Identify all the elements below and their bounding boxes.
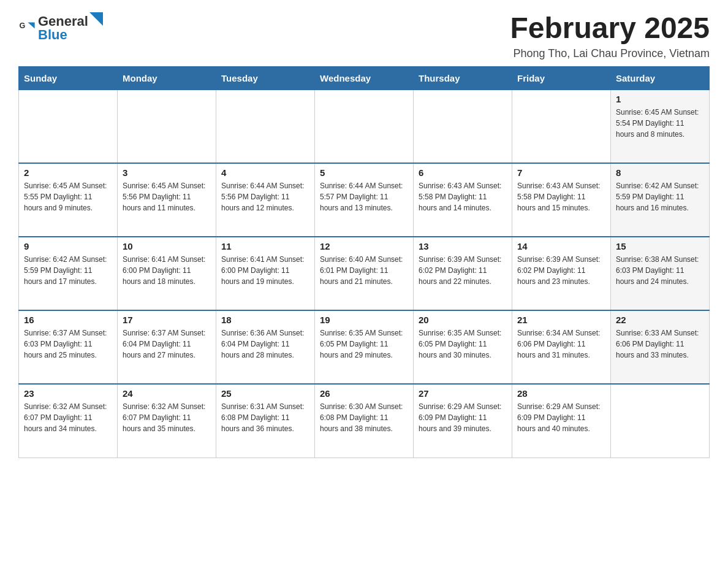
day-number: 23: [24, 388, 112, 399]
day-info: Sunrise: 6:32 AM Sunset: 6:07 PM Dayligh…: [123, 401, 211, 434]
day-info: Sunrise: 6:32 AM Sunset: 6:07 PM Dayligh…: [24, 401, 112, 434]
day-number: 28: [517, 388, 605, 399]
calendar-week-row: 16Sunrise: 6:37 AM Sunset: 6:03 PM Dayli…: [19, 310, 710, 384]
calendar-cell: [118, 90, 216, 163]
logo-icon: G: [18, 19, 36, 36]
day-number: 3: [123, 167, 211, 178]
day-info: Sunrise: 6:31 AM Sunset: 6:08 PM Dayligh…: [221, 401, 309, 434]
logo-blue-text: Blue: [38, 27, 67, 42]
day-number: 24: [123, 388, 211, 399]
day-number: 26: [320, 388, 408, 399]
day-info: Sunrise: 6:35 AM Sunset: 6:05 PM Dayligh…: [320, 327, 408, 361]
day-info: Sunrise: 6:45 AM Sunset: 5:54 PM Dayligh…: [616, 107, 704, 140]
day-number: 11: [221, 241, 309, 251]
day-number: 9: [24, 241, 112, 251]
calendar-week-row: 1Sunrise: 6:45 AM Sunset: 5:54 PM Daylig…: [19, 90, 710, 163]
calendar-cell: 19Sunrise: 6:35 AM Sunset: 6:05 PM Dayli…: [315, 310, 414, 384]
day-info: Sunrise: 6:45 AM Sunset: 5:56 PM Dayligh…: [123, 180, 211, 213]
calendar-cell: 22Sunrise: 6:33 AM Sunset: 6:06 PM Dayli…: [611, 310, 710, 384]
calendar-cell: 15Sunrise: 6:38 AM Sunset: 6:03 PM Dayli…: [611, 237, 710, 310]
logo: G General Blue: [18, 12, 103, 43]
day-info: Sunrise: 6:39 AM Sunset: 6:02 PM Dayligh…: [517, 254, 605, 287]
day-info: Sunrise: 6:40 AM Sunset: 6:01 PM Dayligh…: [320, 254, 408, 287]
day-info: Sunrise: 6:44 AM Sunset: 5:57 PM Dayligh…: [320, 180, 408, 213]
calendar-cell: [216, 90, 315, 163]
day-header-wednesday: Wednesday: [315, 66, 414, 90]
page-header: G General Blue February 2025 Phong Tho, …: [18, 12, 710, 60]
calendar-header-row: SundayMondayTuesdayWednesdayThursdayFrid…: [19, 66, 710, 90]
day-info: Sunrise: 6:45 AM Sunset: 5:55 PM Dayligh…: [24, 180, 112, 213]
day-number: 19: [320, 315, 408, 325]
day-info: Sunrise: 6:33 AM Sunset: 6:06 PM Dayligh…: [616, 327, 704, 361]
day-number: 16: [24, 315, 112, 325]
day-info: Sunrise: 6:30 AM Sunset: 6:08 PM Dayligh…: [320, 401, 408, 434]
calendar-cell: 26Sunrise: 6:30 AM Sunset: 6:08 PM Dayli…: [315, 384, 414, 458]
day-number: 27: [419, 388, 507, 399]
svg-marker-1: [28, 23, 34, 29]
calendar-cell: 7Sunrise: 6:43 AM Sunset: 5:58 PM Daylig…: [512, 163, 611, 237]
calendar-cell: [611, 384, 710, 458]
title-area: February 2025 Phong Tho, Lai Chau Provin…: [510, 12, 710, 60]
calendar-cell: 12Sunrise: 6:40 AM Sunset: 6:01 PM Dayli…: [315, 237, 414, 310]
day-number: 13: [419, 241, 507, 251]
calendar-cell: 23Sunrise: 6:32 AM Sunset: 6:07 PM Dayli…: [19, 384, 118, 458]
day-info: Sunrise: 6:44 AM Sunset: 5:56 PM Dayligh…: [221, 180, 309, 213]
calendar-cell: 4Sunrise: 6:44 AM Sunset: 5:56 PM Daylig…: [216, 163, 315, 237]
day-number: 17: [123, 315, 211, 325]
day-number: 1: [616, 94, 704, 104]
logo-arrow-icon: [89, 12, 103, 26]
day-header-tuesday: Tuesday: [216, 66, 315, 90]
day-info: Sunrise: 6:36 AM Sunset: 6:04 PM Dayligh…: [221, 327, 309, 361]
calendar-cell: [315, 90, 414, 163]
calendar-cell: 2Sunrise: 6:45 AM Sunset: 5:55 PM Daylig…: [19, 163, 118, 237]
day-header-monday: Monday: [118, 66, 216, 90]
calendar-cell: [414, 90, 512, 163]
month-title: February 2025: [510, 12, 710, 45]
day-header-friday: Friday: [512, 66, 611, 90]
calendar-cell: 6Sunrise: 6:43 AM Sunset: 5:58 PM Daylig…: [414, 163, 512, 237]
calendar-cell: 9Sunrise: 6:42 AM Sunset: 5:59 PM Daylig…: [19, 237, 118, 310]
calendar-cell: 3Sunrise: 6:45 AM Sunset: 5:56 PM Daylig…: [118, 163, 216, 237]
calendar-week-row: 23Sunrise: 6:32 AM Sunset: 6:07 PM Dayli…: [19, 384, 710, 458]
day-number: 25: [221, 388, 309, 399]
day-number: 21: [517, 315, 605, 325]
day-number: 4: [221, 167, 309, 178]
calendar-cell: 17Sunrise: 6:37 AM Sunset: 6:04 PM Dayli…: [118, 310, 216, 384]
calendar-cell: 1Sunrise: 6:45 AM Sunset: 5:54 PM Daylig…: [611, 90, 710, 163]
calendar-table: SundayMondayTuesdayWednesdayThursdayFrid…: [18, 66, 710, 458]
calendar-cell: 20Sunrise: 6:35 AM Sunset: 6:05 PM Dayli…: [414, 310, 512, 384]
day-number: 12: [320, 241, 408, 251]
svg-marker-2: [89, 12, 103, 26]
calendar-week-row: 2Sunrise: 6:45 AM Sunset: 5:55 PM Daylig…: [19, 163, 710, 237]
day-number: 8: [616, 167, 704, 178]
calendar-cell: 18Sunrise: 6:36 AM Sunset: 6:04 PM Dayli…: [216, 310, 315, 384]
day-number: 7: [517, 167, 605, 178]
calendar-cell: 28Sunrise: 6:29 AM Sunset: 6:09 PM Dayli…: [512, 384, 611, 458]
calendar-cell: 5Sunrise: 6:44 AM Sunset: 5:57 PM Daylig…: [315, 163, 414, 237]
day-info: Sunrise: 6:29 AM Sunset: 6:09 PM Dayligh…: [419, 401, 507, 434]
day-number: 20: [419, 315, 507, 325]
day-number: 15: [616, 241, 704, 251]
day-info: Sunrise: 6:38 AM Sunset: 6:03 PM Dayligh…: [616, 254, 704, 287]
calendar-cell: 13Sunrise: 6:39 AM Sunset: 6:02 PM Dayli…: [414, 237, 512, 310]
day-info: Sunrise: 6:41 AM Sunset: 6:00 PM Dayligh…: [123, 254, 211, 287]
day-number: 18: [221, 315, 309, 325]
calendar-cell: 8Sunrise: 6:42 AM Sunset: 5:59 PM Daylig…: [611, 163, 710, 237]
day-header-thursday: Thursday: [414, 66, 512, 90]
svg-text:G: G: [19, 21, 25, 30]
calendar-week-row: 9Sunrise: 6:42 AM Sunset: 5:59 PM Daylig…: [19, 237, 710, 310]
day-header-sunday: Sunday: [19, 66, 118, 90]
day-info: Sunrise: 6:39 AM Sunset: 6:02 PM Dayligh…: [419, 254, 507, 287]
calendar-cell: 14Sunrise: 6:39 AM Sunset: 6:02 PM Dayli…: [512, 237, 611, 310]
day-info: Sunrise: 6:35 AM Sunset: 6:05 PM Dayligh…: [419, 327, 507, 361]
day-info: Sunrise: 6:42 AM Sunset: 5:59 PM Dayligh…: [24, 254, 112, 287]
day-number: 6: [419, 167, 507, 178]
calendar-cell: 16Sunrise: 6:37 AM Sunset: 6:03 PM Dayli…: [19, 310, 118, 384]
day-number: 14: [517, 241, 605, 251]
day-info: Sunrise: 6:41 AM Sunset: 6:00 PM Dayligh…: [221, 254, 309, 287]
day-number: 5: [320, 167, 408, 178]
day-info: Sunrise: 6:29 AM Sunset: 6:09 PM Dayligh…: [517, 401, 605, 434]
day-header-saturday: Saturday: [611, 66, 710, 90]
calendar-cell: 27Sunrise: 6:29 AM Sunset: 6:09 PM Dayli…: [414, 384, 512, 458]
day-info: Sunrise: 6:37 AM Sunset: 6:04 PM Dayligh…: [123, 327, 211, 361]
